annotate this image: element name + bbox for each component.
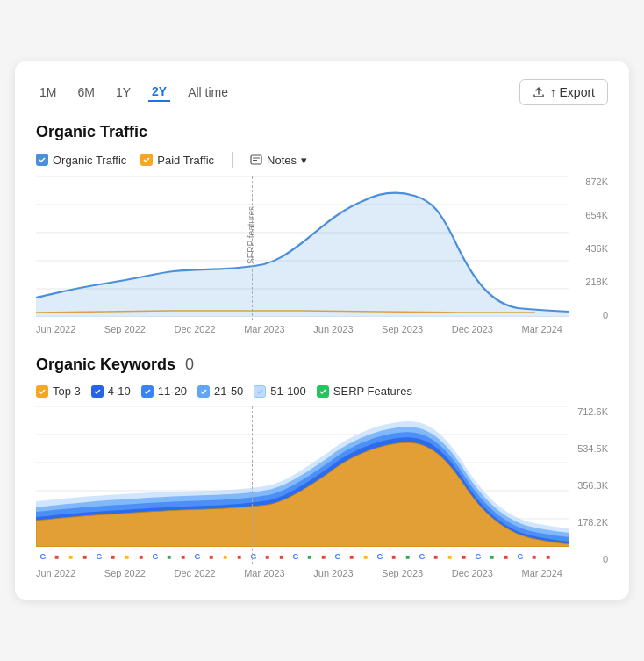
organic-keywords-section: Organic Keywords 0 Top 3 4-10 11 xyxy=(36,356,608,578)
legend-51-100: 51-100 xyxy=(254,384,305,398)
organic-traffic-section: Organic Traffic Organic Traffic Paid Tra… xyxy=(36,123,608,334)
organic-traffic-checkbox[interactable] xyxy=(36,154,48,166)
keywords-chart-svg-area: G ■ ■ ■ G ■ ■ ■ G ■ ■ G ■ ■ ■ G ■ xyxy=(36,406,569,564)
notes-button[interactable]: Notes ▾ xyxy=(250,154,307,167)
serp-icons-row: G ■ ■ ■ G ■ ■ ■ G ■ ■ G ■ ■ ■ G ■ xyxy=(36,550,569,563)
filter-1y[interactable]: 1Y xyxy=(112,83,134,101)
legend-11-20: 11-20 xyxy=(141,384,187,398)
filter-alltime[interactable]: All time xyxy=(184,83,232,101)
export-button[interactable]: ↑ Export xyxy=(519,79,608,105)
organic-traffic-legend: Organic Traffic Paid Traffic Notes ▾ xyxy=(36,152,608,168)
11-20-checkbox[interactable] xyxy=(141,385,154,398)
keywords-chart-svg xyxy=(36,406,569,547)
keywords-legend: Top 3 4-10 11-20 21-50 xyxy=(36,384,608,398)
chart-svg-area: SERP features xyxy=(36,176,569,320)
main-card: 1M 6M 1Y 2Y All time ↑ Export Organic Tr… xyxy=(15,61,629,600)
legend-paid-traffic: Paid Traffic xyxy=(140,154,214,167)
serp-features-checkbox[interactable] xyxy=(317,385,329,398)
51-100-checkbox[interactable] xyxy=(254,385,266,398)
top3-checkbox[interactable] xyxy=(36,385,48,398)
legend-divider xyxy=(232,152,233,168)
x-axis-keywords: Jun 2022 Sep 2022 Dec 2022 Mar 2023 Jun … xyxy=(36,568,608,578)
filter-6m[interactable]: 6M xyxy=(74,83,97,101)
x-axis-traffic: Jun 2022 Sep 2022 Dec 2022 Mar 2023 Jun … xyxy=(36,324,608,334)
serp-features-label: SERP features xyxy=(247,194,256,264)
organic-keywords-title: Organic Keywords 0 xyxy=(36,356,608,374)
time-filters: 1M 6M 1Y 2Y All time xyxy=(36,83,232,102)
export-icon xyxy=(533,86,545,98)
paid-traffic-checkbox[interactable] xyxy=(140,154,153,166)
filter-2y[interactable]: 2Y xyxy=(148,83,170,102)
organic-traffic-chart: SERP features 8 xyxy=(36,176,608,320)
organic-traffic-title: Organic Traffic xyxy=(36,123,608,141)
4-10-checkbox[interactable] xyxy=(91,385,104,398)
organic-keywords-chart: G ■ ■ ■ G ■ ■ ■ G ■ ■ G ■ ■ ■ G ■ xyxy=(36,406,608,564)
y-axis-traffic: 872K 654K 436K 218K 0 xyxy=(569,176,608,320)
legend-organic-traffic: Organic Traffic xyxy=(36,154,126,167)
filter-1m[interactable]: 1M xyxy=(36,83,60,101)
y-axis-keywords: 712.6K 534.5K 356.3K 178.2K 0 xyxy=(569,406,608,564)
legend-top3: Top 3 xyxy=(36,384,81,398)
legend-4-10: 4-10 xyxy=(91,384,131,398)
traffic-chart-svg xyxy=(36,176,569,317)
legend-21-50: 21-50 xyxy=(197,384,243,398)
top-bar: 1M 6M 1Y 2Y All time ↑ Export xyxy=(36,79,608,105)
legend-serp-features: SERP Features xyxy=(317,384,412,398)
notes-icon xyxy=(250,154,262,166)
21-50-checkbox[interactable] xyxy=(197,385,210,398)
